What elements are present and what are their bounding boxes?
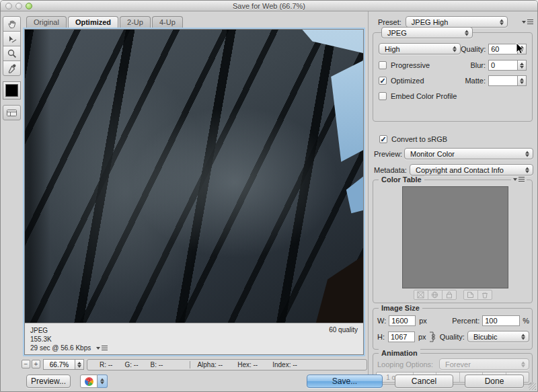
tool-column [3, 16, 21, 120]
tab-2up[interactable]: 2-Up [120, 16, 151, 28]
slice-select-icon [7, 34, 17, 44]
zoom-out-button[interactable]: − [22, 360, 30, 368]
resample-quality-popup[interactable]: Bicubic [467, 331, 529, 342]
toggle-slices-visibility-button[interactable] [3, 105, 21, 120]
tab-4up[interactable]: 4-Up [152, 16, 183, 28]
tab-original[interactable]: Original [26, 16, 67, 28]
readout-hex-value: -- [254, 361, 258, 368]
slices-visibility-icon [6, 108, 17, 118]
plus-icon: + [34, 361, 38, 368]
sky-patch-top [25, 30, 363, 323]
optimize-menu-icon[interactable] [522, 19, 533, 24]
quality-label: Quality: [461, 45, 486, 53]
sky-patch-right [25, 30, 363, 323]
zoom-level-stepper[interactable] [75, 359, 84, 370]
delete-color-button [477, 290, 492, 300]
popup-arrows-icon [465, 30, 469, 36]
browser-preview-selector[interactable]: ? [80, 375, 108, 388]
embed-color-profile-label: Embed Color Profile [391, 92, 457, 100]
status-format: JPEG [30, 326, 358, 335]
optimized-label: Optimized [391, 77, 424, 85]
blur-label: Blur: [470, 61, 486, 69]
status-download-time: 29 sec @ 56.6 Kbps [30, 344, 91, 352]
metadata-menu-label: Metadata: [374, 166, 407, 174]
status-menu-icon[interactable] [96, 346, 108, 350]
preview-button-label: Preview... [31, 377, 66, 386]
percent-unit: % [523, 317, 529, 325]
matte-stepper[interactable] [518, 75, 527, 86]
percent-input[interactable] [482, 315, 520, 326]
preview-menu-label: Preview: [374, 150, 402, 158]
format-popup[interactable]: JPEG [381, 27, 473, 38]
zoom-window-icon[interactable] [26, 3, 32, 9]
animation-title: Animation [379, 349, 420, 357]
color-table-swatch-area [402, 186, 508, 288]
metadata-menu-popup[interactable]: Copyright and Contact Info [410, 164, 533, 175]
compression-popup[interactable]: High [379, 43, 461, 54]
popup-arrows-icon [500, 19, 504, 25]
preview-button[interactable]: Preview... [26, 375, 71, 388]
readout-g-label: G: [124, 361, 132, 368]
tab-optimized[interactable]: Optimized [68, 16, 118, 28]
status-quality: 60 quality [329, 326, 358, 334]
slice-select-tool-button[interactable] [3, 31, 21, 46]
readout-b-label: B: [150, 361, 156, 368]
browser-preview-face[interactable]: ? [80, 375, 98, 388]
web-globe-icon [431, 291, 438, 299]
popup-arrows-icon [521, 361, 525, 367]
blur-input[interactable] [488, 60, 518, 71]
readout-b-value: -- [159, 361, 163, 368]
browser-preview-stepper[interactable] [98, 375, 108, 388]
color-table-title: Color Table [379, 175, 424, 184]
eyedropper-tool-button[interactable] [3, 61, 21, 76]
new-color-button [463, 290, 478, 300]
cancel-button[interactable]: Cancel [395, 375, 453, 388]
zoom-level-value[interactable]: 66.7% [43, 359, 75, 370]
readout-r-value: -- [108, 361, 113, 368]
tab-2up-label: 2-Up [127, 18, 143, 26]
title-bar[interactable]: Save for Web (66.7%) [1, 1, 537, 11]
window-controls [5, 3, 32, 9]
sky-patch-small [25, 30, 363, 323]
tab-4up-label: 4-Up [159, 18, 176, 26]
optimize-panel: Preset: JPEG High JPEG High Quality: [368, 11, 538, 375]
percent-label: Percent: [452, 317, 479, 325]
looping-options-label: Looping Options: [377, 360, 433, 368]
quality-input[interactable] [488, 44, 518, 54]
hand-tool-button[interactable] [3, 16, 21, 32]
preset-popup[interactable]: JPEG High [406, 16, 508, 28]
preview-image[interactable] [25, 30, 363, 323]
readout-hex-label: Hex: [237, 361, 252, 368]
embed-color-profile-checkbox[interactable] [379, 92, 387, 100]
popup-arrows-icon [525, 167, 529, 173]
readout-g-value: -- [134, 361, 139, 368]
optimized-checkbox[interactable]: ✓ [379, 77, 387, 85]
preview-pane: JPEG 155.3K 29 sec @ 56.6 Kbps 60 qualit… [23, 28, 365, 356]
preview-menu-popup[interactable]: Monitor Color [404, 148, 533, 159]
eyedropper-color-button[interactable] [3, 81, 21, 100]
height-input[interactable] [388, 331, 415, 342]
lock-color-button [442, 290, 457, 300]
minus-icon: − [24, 361, 28, 368]
width-input[interactable] [389, 315, 416, 326]
blur-stepper[interactable] [518, 60, 527, 71]
zoom-in-button[interactable]: + [32, 360, 40, 368]
tab-optimized-label: Optimized [75, 18, 111, 26]
format-settings-group: JPEG High Quality: Progressive Blur: [373, 32, 533, 122]
progressive-checkbox[interactable] [379, 61, 387, 69]
done-button[interactable]: Done [465, 375, 524, 388]
minimize-window-icon [15, 3, 22, 9]
readout-r-label: R: [100, 361, 106, 368]
preview-menu-value: Monitor Color [410, 150, 455, 158]
save-button[interactable]: Save... [307, 375, 383, 388]
matte-input[interactable] [488, 75, 518, 86]
zoom-tool-button[interactable] [3, 46, 21, 61]
resize-grip[interactable] [529, 383, 536, 390]
convert-srgb-label: Convert to sRGB [391, 135, 447, 143]
color-table-menu-icon[interactable] [511, 177, 527, 182]
color-table-group: Color Table [373, 180, 533, 303]
hand-icon [7, 19, 17, 30]
convert-srgb-checkbox[interactable]: ✓ [379, 135, 387, 143]
image-size-title: Image Size [379, 304, 422, 312]
readout-divider [190, 361, 190, 368]
